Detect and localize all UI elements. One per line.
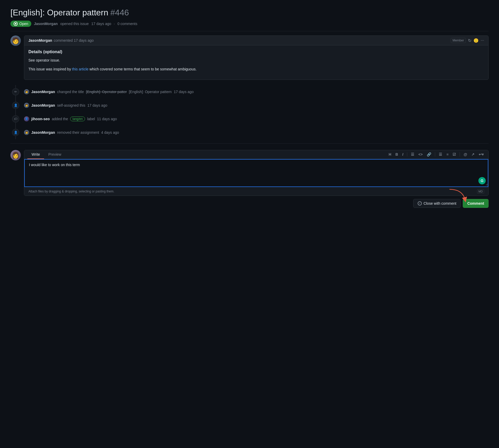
issue-title: [English]: Operator pattern #446 (10, 8, 489, 17)
comment-header-right: Member ↻ 🙂 ··· (451, 38, 484, 43)
comment-body-line2: This issue was inspired by this article … (28, 66, 484, 72)
toolbar-reference[interactable]: ↗ (470, 151, 476, 158)
markdown-icon: MD (477, 189, 484, 193)
event-author: jihoon-seo (31, 117, 50, 121)
comment-editor: Write Preview H B I ☰ <> 🔗 ☰ ≡ ☑ @ ↗ (24, 150, 489, 196)
timeline-divider (10, 143, 489, 144)
open-icon (14, 22, 18, 26)
issue-number: #446 (110, 8, 129, 17)
event-author: JasonMorgan (31, 103, 55, 107)
toolbar-code[interactable]: <> (417, 151, 424, 158)
mini-avatar-jason3: 🧑 (24, 130, 29, 135)
tag-icon: 🏷 (12, 115, 19, 123)
mini-avatar-jihoon: 👤 (24, 116, 29, 122)
grammarly-icon: G (478, 177, 486, 184)
comment-author: JasonMorgan (28, 38, 52, 43)
comment-box: JasonMorgan commented 17 days ago Member… (24, 35, 489, 80)
comment-button[interactable]: Comment (463, 199, 489, 208)
timeline-event-unassigned: 👤 🧑 JasonMorgan removed their assignment… (10, 126, 489, 139)
action-buttons: ✓ Close with comment Comment (24, 199, 489, 208)
toolbar-bold[interactable]: B (394, 151, 400, 158)
editor-toolbar: H B I ☰ <> 🔗 ☰ ≡ ☑ @ ↗ ↩▾ (387, 150, 485, 159)
toolbar-mention[interactable]: @ (462, 151, 469, 158)
article-link[interactable]: this article (72, 67, 88, 71)
timeline-icon-col: ✏ (10, 88, 21, 95)
member-badge: Member (451, 38, 466, 43)
comment-meta: commented 17 days ago (54, 38, 94, 43)
toolbar-quote[interactable]: ☰ (409, 151, 416, 158)
dropzone-text: Attach files by dragging & dropping, sel… (28, 190, 114, 193)
main-comment: JasonMorgan commented 17 days ago Member… (10, 35, 489, 80)
more-menu-icon[interactable]: ··· (481, 38, 484, 43)
comment-body: Details (optional) See operator issue. T… (24, 45, 488, 80)
toolbar-task-list[interactable]: ☑ (451, 151, 458, 158)
timeline-event-label: 🏷 👤 jihoon-seo added the lang/en label 1… (10, 112, 489, 126)
emoji-icon[interactable]: 🙂 (473, 38, 479, 43)
timeline-event-title-change: ✏ 🧑 JasonMorgan changed the title [Engli… (10, 85, 489, 99)
pencil-icon: ✏ (12, 88, 19, 95)
mini-avatar-jason: 🧑 (24, 89, 29, 94)
issue-title-text: [English]: Operator pattern (10, 8, 108, 17)
meta-comments: 0 comments (117, 22, 137, 26)
meta-action: opened this issue (60, 22, 89, 26)
tab-preview[interactable]: Preview (44, 150, 65, 159)
editor-textarea-wrap: G (24, 159, 488, 187)
timeline: JasonMorgan commented 17 days ago Member… (10, 35, 489, 139)
tab-write[interactable]: Write (27, 150, 44, 159)
timeline-content: 🧑 JasonMorgan changed the title [English… (24, 88, 489, 94)
timeline-events: ✏ 🧑 JasonMorgan changed the title [Engli… (10, 85, 489, 139)
meta-time: 17 days ago (91, 22, 111, 26)
event-author: JasonMorgan (31, 90, 55, 94)
mini-avatar-jason2: 🧑 (24, 103, 29, 108)
issue-meta: Open JasonMorgan opened this issue 17 da… (10, 21, 489, 27)
toolbar-reply[interactable]: ↩▾ (477, 151, 485, 158)
comment-header-left: JasonMorgan commented 17 days ago (28, 38, 94, 43)
old-title: [English]: Operator patter (86, 90, 127, 94)
label-badge: lang/en (70, 117, 85, 121)
timeline-event-assigned: 👤 🧑 JasonMorgan self-assigned this 17 da… (10, 99, 489, 112)
toolbar-italic[interactable]: I (401, 151, 405, 158)
refresh-icon[interactable]: ↻ (468, 38, 471, 43)
status-text: Open (19, 22, 28, 26)
editor-tabs: Write Preview H B I ☰ <> 🔗 ☰ ≡ ☑ @ ↗ (24, 150, 488, 159)
toolbar-link[interactable]: 🔗 (425, 151, 433, 158)
person-icon: 👤 (12, 102, 19, 109)
toolbar-ordered-list[interactable]: ≡ (445, 151, 450, 158)
current-user-avatar (10, 150, 21, 160)
avatar-jason-morgan (10, 35, 21, 46)
toolbar-heading[interactable]: H (387, 151, 393, 158)
status-badge: Open (10, 21, 31, 27)
comment-body-line1: See operator issue. (28, 57, 484, 63)
header-divider (10, 31, 489, 31)
new-title: [English]: Operator pattern (129, 90, 172, 94)
event-author: JasonMorgan (31, 130, 55, 135)
meta-author: JasonMorgan (34, 22, 58, 26)
person-remove-icon: 👤 (12, 129, 19, 136)
editor-dropzone: Attach files by dragging & dropping, sel… (24, 187, 488, 196)
check-circle-icon: ✓ (418, 201, 422, 205)
comment-header: JasonMorgan commented 17 days ago Member… (24, 36, 488, 45)
toolbar-unordered-list[interactable]: ☰ (437, 151, 444, 158)
comment-heading: Details (optional) (28, 50, 484, 54)
close-with-comment-button[interactable]: ✓ Close with comment (413, 199, 461, 208)
write-comment-section: Write Preview H B I ☰ <> 🔗 ☰ ≡ ☑ @ ↗ (10, 150, 489, 208)
comment-textarea[interactable] (25, 160, 488, 186)
